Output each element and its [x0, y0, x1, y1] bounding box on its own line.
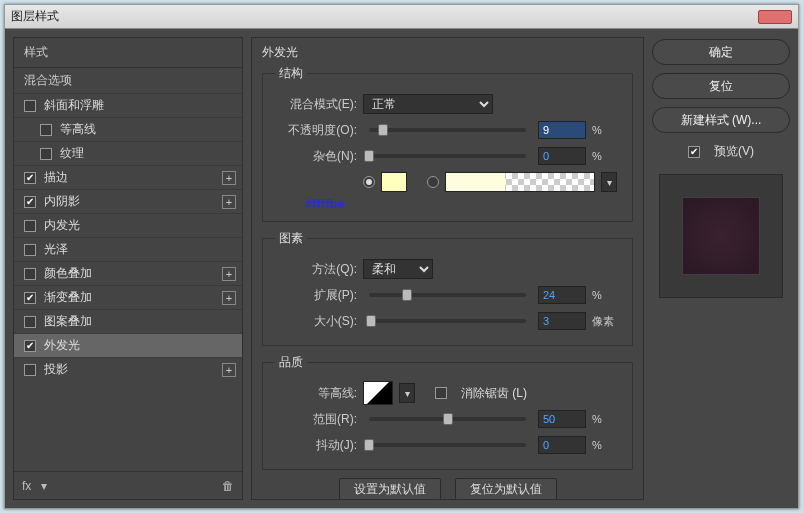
effect-settings: 外发光 结构 混合模式(E): 正常 不透明度(O): 9 % 杂色(N): 0	[251, 37, 644, 500]
style-label: 斜面和浮雕	[44, 97, 236, 114]
style-checkbox[interactable]	[24, 292, 36, 304]
preview-swatch	[682, 197, 760, 275]
spread-unit: %	[592, 289, 620, 301]
elements-legend: 图素	[275, 230, 307, 247]
plus-icon[interactable]: +	[222, 291, 236, 305]
styles-header: 样式	[14, 38, 242, 67]
close-icon[interactable]	[758, 10, 792, 24]
plus-icon[interactable]: +	[222, 363, 236, 377]
spread-input[interactable]: 24	[538, 286, 586, 304]
style-item-3[interactable]: 描边+	[14, 165, 242, 189]
style-label: 光泽	[44, 241, 236, 258]
jitter-input[interactable]: 0	[538, 436, 586, 454]
noise-slider[interactable]	[369, 154, 526, 158]
spread-label: 扩展(P):	[275, 287, 357, 304]
method-select[interactable]: 柔和	[363, 259, 433, 279]
style-item-4[interactable]: 内阴影+	[14, 189, 242, 213]
style-item-11[interactable]: 投影+	[14, 357, 242, 381]
style-item-6[interactable]: 光泽	[14, 237, 242, 261]
blend-mode-label: 混合模式(E):	[275, 96, 357, 113]
style-label: 描边	[44, 169, 222, 186]
range-label: 范围(R):	[275, 411, 357, 428]
blend-options-header[interactable]: 混合选项	[14, 67, 242, 93]
chevron-down-icon[interactable]: ▾	[601, 172, 617, 192]
range-unit: %	[592, 413, 620, 425]
reset-default-button[interactable]: 复位为默认值	[455, 478, 557, 500]
dialog-buttons: 确定 复位 新建样式 (W)... 预览(V)	[652, 37, 790, 500]
structure-group: 结构 混合模式(E): 正常 不透明度(O): 9 % 杂色(N): 0 %	[262, 65, 633, 222]
style-label: 渐变叠加	[44, 289, 222, 306]
cancel-button[interactable]: 复位	[652, 73, 790, 99]
preview-box	[659, 174, 783, 298]
make-default-button[interactable]: 设置为默认值	[339, 478, 441, 500]
ok-button[interactable]: 确定	[652, 39, 790, 65]
quality-group: 品质 等高线: ▾ 消除锯齿 (L) 范围(R): 50 % 抖动(J):	[262, 354, 633, 470]
chevron-down-icon[interactable]: ▾	[399, 383, 415, 403]
plus-icon[interactable]: +	[222, 171, 236, 185]
style-checkbox[interactable]	[24, 196, 36, 208]
fx-label[interactable]: fx	[22, 479, 31, 493]
range-input[interactable]: 50	[538, 410, 586, 428]
style-checkbox[interactable]	[24, 340, 36, 352]
titlebar[interactable]: 图层样式	[5, 5, 798, 29]
style-item-1[interactable]: 等高线	[14, 117, 242, 141]
style-label: 内发光	[44, 217, 236, 234]
hex-annotation: #ffffbe	[305, 196, 620, 211]
style-label: 内阴影	[44, 193, 222, 210]
style-item-10[interactable]: 外发光	[14, 333, 242, 357]
contour-picker[interactable]	[363, 381, 393, 405]
style-label: 外发光	[44, 337, 236, 354]
size-unit: 像素	[592, 314, 620, 329]
noise-label: 杂色(N):	[275, 148, 357, 165]
antialias-label: 消除锯齿 (L)	[461, 385, 527, 402]
gradient-radio[interactable]	[427, 176, 439, 188]
opacity-label: 不透明度(O):	[275, 122, 357, 139]
opacity-unit: %	[592, 124, 620, 136]
style-checkbox[interactable]	[24, 220, 36, 232]
color-radio[interactable]	[363, 176, 375, 188]
preview-checkbox[interactable]	[688, 146, 700, 158]
opacity-slider[interactable]	[369, 128, 526, 132]
size-label: 大小(S):	[275, 313, 357, 330]
plus-icon[interactable]: +	[222, 195, 236, 209]
trash-icon[interactable]: 🗑	[222, 479, 234, 493]
style-checkbox[interactable]	[24, 268, 36, 280]
new-style-button[interactable]: 新建样式 (W)...	[652, 107, 790, 133]
elements-group: 图素 方法(Q): 柔和 扩展(P): 24 % 大小(S): 3 像素	[262, 230, 633, 346]
style-item-8[interactable]: 渐变叠加+	[14, 285, 242, 309]
gradient-swatch[interactable]	[445, 172, 595, 192]
chevron-down-icon[interactable]: ▾	[41, 479, 47, 493]
layer-style-dialog: 图层样式 样式 混合选项 斜面和浮雕等高线纹理描边+内阴影+内发光光泽颜色叠加+…	[4, 4, 799, 509]
plus-icon[interactable]: +	[222, 267, 236, 281]
style-checkbox[interactable]	[40, 124, 52, 136]
jitter-label: 抖动(J):	[275, 437, 357, 454]
quality-legend: 品质	[275, 354, 307, 371]
style-item-9[interactable]: 图案叠加	[14, 309, 242, 333]
color-swatch[interactable]	[381, 172, 407, 192]
window-title: 图层样式	[11, 8, 59, 25]
style-label: 颜色叠加	[44, 265, 222, 282]
jitter-slider[interactable]	[369, 443, 526, 447]
style-item-0[interactable]: 斜面和浮雕	[14, 93, 242, 117]
style-item-7[interactable]: 颜色叠加+	[14, 261, 242, 285]
noise-input[interactable]: 0	[538, 147, 586, 165]
style-checkbox[interactable]	[24, 244, 36, 256]
style-checkbox[interactable]	[40, 148, 52, 160]
style-checkbox[interactable]	[24, 316, 36, 328]
antialias-checkbox[interactable]	[435, 387, 447, 399]
style-checkbox[interactable]	[24, 172, 36, 184]
range-slider[interactable]	[369, 417, 526, 421]
preview-label: 预览(V)	[714, 143, 754, 160]
style-item-5[interactable]: 内发光	[14, 213, 242, 237]
opacity-input[interactable]: 9	[538, 121, 586, 139]
size-slider[interactable]	[369, 319, 526, 323]
style-label: 图案叠加	[44, 313, 236, 330]
style-item-2[interactable]: 纹理	[14, 141, 242, 165]
styles-panel: 样式 混合选项 斜面和浮雕等高线纹理描边+内阴影+内发光光泽颜色叠加+渐变叠加+…	[13, 37, 243, 500]
structure-legend: 结构	[275, 65, 307, 82]
style-checkbox[interactable]	[24, 100, 36, 112]
style-checkbox[interactable]	[24, 364, 36, 376]
size-input[interactable]: 3	[538, 312, 586, 330]
blend-mode-select[interactable]: 正常	[363, 94, 493, 114]
spread-slider[interactable]	[369, 293, 526, 297]
